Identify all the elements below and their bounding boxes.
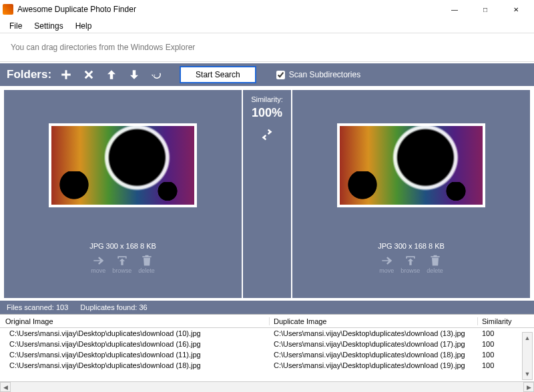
right-thumbnail[interactable] [337,123,485,207]
scan-subdirectories-label: Scan Subdirectories [289,70,360,79]
col-original[interactable]: Original Image [0,317,270,325]
upload-icon [404,254,417,267]
duplicates-found: Duplicates found: 36 [80,303,147,311]
minimize-button[interactable]: — [439,0,470,19]
drag-hint: You can drag directories from the Window… [0,33,534,62]
scroll-left-icon[interactable]: ◀ [0,382,11,392]
titlebar: Awesome Duplicate Photo Finder — □ ✕ [0,0,534,19]
cell-original: C:\Users\mansi.vijay\Desktop\duplicates\… [0,340,270,348]
vertical-scrollbar[interactable]: ▲ ▼ [522,332,533,380]
cell-duplicate: C:\Users\mansi.vijay\Desktop\duplicates\… [270,351,478,359]
arrow-down-icon [128,69,140,81]
scroll-up-icon[interactable]: ▲ [523,333,532,343]
menu-help[interactable]: Help [70,20,97,32]
menubar: File Settings Help [0,19,534,33]
table-row[interactable]: C:\Users\mansi.vijay\Desktop\duplicates\… [0,328,534,339]
cell-original: C:\Users\mansi.vijay\Desktop\duplicates\… [0,351,270,359]
menu-file[interactable]: File [4,20,27,32]
refresh-icon [151,69,163,81]
arrow-up-icon [105,69,117,81]
similarity-label: Similarity: [251,95,283,103]
arrow-right-icon [380,254,393,267]
cell-original: C:\Users\mansi.vijay\Desktop\duplicates\… [0,361,270,369]
table-row[interactable]: C:\Users\mansi.vijay\Desktop\duplicates\… [0,349,534,360]
scan-subdirectories-input[interactable] [276,71,285,79]
files-scanned: Files scanned: 103 [7,303,68,311]
swap-button[interactable] [260,128,274,143]
horizontal-scrollbar[interactable]: ◀ ▶ [0,381,534,392]
scroll-right-icon[interactable]: ▶ [523,382,534,392]
start-search-button[interactable]: Start Search [180,66,256,83]
left-browse-button[interactable]: browse [112,254,131,274]
similarity-strip: Similarity: 100% [242,90,292,298]
move-up-button[interactable] [103,67,119,83]
table-row[interactable]: C:\Users\mansi.vijay\Desktop\duplicates\… [0,339,534,349]
move-down-button[interactable] [126,67,142,83]
folders-label: Folders: [7,68,51,81]
preview-area: JPG 300 x 168 8 KB move browse delete Si… [0,86,534,298]
x-icon [83,69,95,81]
maximize-button[interactable]: □ [470,0,501,19]
stats-bar: Files scanned: 103 Duplicates found: 36 [0,299,534,314]
right-image-info: JPG 300 x 168 8 KB [378,242,445,250]
trash-icon [140,254,154,267]
cell-duplicate: C:\Users\mansi.vijay\Desktop\duplicates\… [270,329,478,337]
menu-settings[interactable]: Settings [29,20,68,32]
right-move-button[interactable]: move [379,254,394,274]
results-table: Original Image Duplicate Image Similarit… [0,314,534,392]
left-delete-button[interactable]: delete [138,254,155,274]
table-header: Original Image Duplicate Image Similarit… [0,315,534,328]
app-icon [3,4,13,15]
right-image-panel: JPG 300 x 168 8 KB move browse delete [292,90,530,298]
cell-duplicate: C:\Users\mansi.vijay\Desktop\duplicates\… [270,340,478,348]
scan-subdirectories-checkbox[interactable]: Scan Subdirectories [276,70,360,79]
upload-icon [115,254,129,267]
plus-icon [60,69,72,81]
cell-duplicate: C:\Users\mansi.vijay\Desktop\duplicates\… [270,361,478,369]
left-image-info: JPG 300 x 168 8 KB [89,242,156,250]
cell-original: C:\Users\mansi.vijay\Desktop\duplicates\… [0,329,270,337]
left-thumbnail[interactable] [49,123,197,207]
col-similarity[interactable]: Similarity [478,317,534,325]
swap-icon [260,128,274,141]
left-image-panel: JPG 300 x 168 8 KB move browse delete [4,90,242,298]
similarity-value: 100% [252,106,282,120]
table-body: C:\Users\mansi.vijay\Desktop\duplicates\… [0,328,534,381]
window-title: Awesome Duplicate Photo Finder [17,5,136,14]
close-button[interactable]: ✕ [501,0,531,19]
add-folder-button[interactable] [58,67,74,83]
trash-icon [429,254,442,267]
col-duplicate[interactable]: Duplicate Image [270,317,478,325]
refresh-button[interactable] [149,67,165,83]
left-move-button[interactable]: move [91,254,105,274]
toolbar: Folders: Start Search Scan Subdirectorie… [0,62,534,86]
arrow-right-icon [91,254,105,267]
table-row[interactable]: C:\Users\mansi.vijay\Desktop\duplicates\… [0,360,534,371]
scroll-down-icon[interactable]: ▼ [523,369,532,379]
right-delete-button[interactable]: delete [427,254,443,274]
right-browse-button[interactable]: browse [400,254,420,274]
remove-folder-button[interactable] [81,67,97,83]
